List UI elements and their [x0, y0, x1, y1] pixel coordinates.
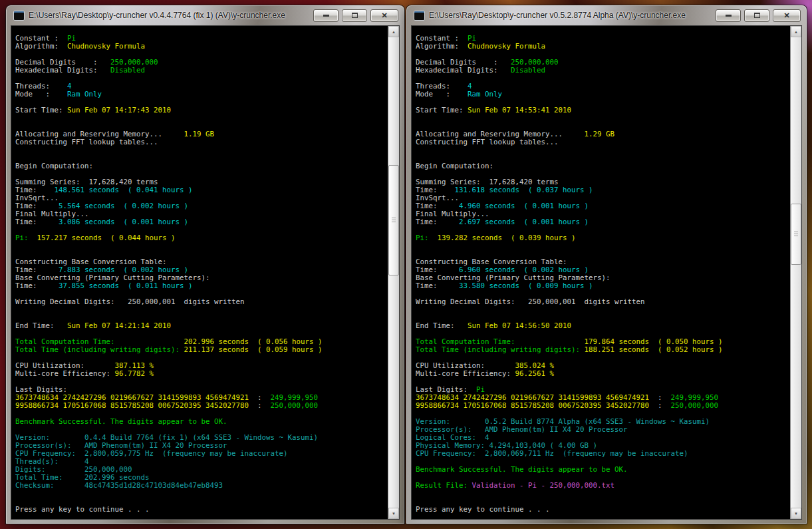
- console-line: [15, 242, 386, 250]
- console-line: Start Time: Sun Feb 07 14:17:43 2010: [15, 106, 386, 114]
- console-line: [416, 242, 788, 250]
- console-line: 9958866734 1705167068 8515785208 0067520…: [416, 402, 788, 410]
- console-line: Constructing FFT lookup tables...: [15, 138, 386, 146]
- console-line: Algorithm: Chudnovsky Formula: [416, 43, 788, 51]
- console-line: Time: 37.855 seconds ( 0.011 hours ): [15, 282, 386, 290]
- console-window-v044: E:\Users\Ray\Desktop\y-cruncher v0.4.4.7…: [6, 5, 404, 524]
- console-line: Time: 3.086 seconds ( 0.001 hours ): [15, 218, 386, 226]
- close-icon: ✕: [381, 12, 387, 19]
- console-app-icon: [13, 11, 25, 21]
- caption-buttons: ✕: [313, 9, 398, 22]
- console-line: Writing Decimal Digits: 250,000,001 digi…: [15, 298, 386, 306]
- console-line: End Time: Sun Feb 07 14:21:14 2010: [15, 322, 386, 330]
- console-line: Time: 148.561 seconds ( 0.041 hours ): [15, 186, 386, 194]
- console-line: Time: 2.697 seconds ( 0.001 hours ): [416, 218, 788, 226]
- window-title: E:\Users\Ray\Desktop\y-cruncher v0.4.4.7…: [29, 11, 308, 20]
- console-line: Total Time (including writing digits): 2…: [15, 346, 386, 354]
- console-line: [15, 306, 386, 314]
- console-line: Hexadecimal Digits: Disabled: [15, 67, 386, 75]
- scrollbar-thumb[interactable]: [791, 204, 801, 265]
- console-line: Pi: 139.282 seconds ( 0.039 hours ): [416, 234, 788, 242]
- console-app-icon: [414, 11, 425, 21]
- scroll-down-icon: ▼: [392, 512, 396, 516]
- console-line: Begin Computation:: [15, 162, 386, 170]
- scrollbar-thumb[interactable]: [388, 165, 399, 275]
- console-line: Benchmark Successful. The digits appear …: [416, 466, 788, 474]
- vertical-scrollbar[interactable]: ▲ ▼: [388, 26, 399, 519]
- titlebar[interactable]: E:\Users\Ray\Desktop\y-cruncher v0.4.4.7…: [11, 5, 400, 25]
- maximize-icon: [352, 13, 358, 18]
- maximize-button[interactable]: [342, 9, 367, 22]
- console-line: Result File: Validation - Pi - 250,000,0…: [416, 482, 788, 490]
- console-line: CPU Frequency: 2,800,069,711 Hz (frequen…: [416, 450, 788, 458]
- console-line: Writing Decimal Digits: 250,000,001 digi…: [416, 298, 788, 306]
- console-text: Constant : PiAlgorithm: Chudnovsky Formu…: [416, 35, 788, 514]
- console-line: [416, 146, 788, 154]
- scroll-down-button[interactable]: ▼: [791, 508, 801, 519]
- console-line: Press any key to continue . . .: [15, 506, 386, 514]
- console-line: Multi-core Efficiency: 96.2561 %: [416, 370, 788, 378]
- scroll-up-button[interactable]: ▲: [791, 26, 801, 37]
- console-line: [416, 490, 788, 498]
- console-line: Start Time: Sun Feb 07 14:53:41 2010: [416, 106, 788, 114]
- console-line: Checksum: 48c47435d1d28c47103d84eb47eb84…: [15, 482, 386, 490]
- titlebar[interactable]: E:\Users\Ray\Desktop\y-cruncher v0.5.2.8…: [411, 5, 802, 25]
- console-output-area[interactable]: Constant : PiAlgorithm: Chudnovsky Formu…: [411, 25, 802, 520]
- console-line: [15, 490, 386, 498]
- console-window-v052: E:\Users\Ray\Desktop\y-cruncher v0.5.2.8…: [406, 5, 807, 524]
- console-line: Algorithm: Chudnovsky Formula: [15, 43, 386, 51]
- console-line: Multi-core Efficiency: 96.7782 %: [15, 370, 386, 378]
- close-icon: ✕: [783, 12, 789, 19]
- console-text: Constant : PiAlgorithm: Chudnovsky Formu…: [15, 35, 386, 514]
- console-line: Constructing FFT lookup tables...: [416, 138, 788, 146]
- console-line: End Time: Sun Feb 07 14:56:50 2010: [416, 322, 788, 330]
- maximize-icon: [754, 13, 760, 18]
- close-button[interactable]: ✕: [370, 9, 398, 22]
- desktop: { "palette":{"w":"#cfcfcf","g":"#00cc00"…: [0, 0, 812, 529]
- maximize-button[interactable]: [744, 9, 769, 22]
- close-button[interactable]: ✕: [773, 9, 801, 22]
- minimize-icon: [323, 15, 329, 17]
- console-line: 9958866734 1705167068 8515785208 0067520…: [15, 402, 386, 410]
- scroll-up-icon: ▲: [392, 30, 396, 34]
- console-output-area[interactable]: Constant : PiAlgorithm: Chudnovsky Formu…: [11, 25, 400, 520]
- console-line: Mode : Ram Only: [416, 90, 788, 98]
- console-line: Total Time (including writing digits): 1…: [416, 346, 788, 354]
- console-line: [15, 146, 386, 154]
- console-line: Press any key to continue . . .: [416, 506, 788, 514]
- caption-buttons: ✕: [716, 9, 801, 22]
- console-line: [416, 114, 788, 122]
- window-title: E:\Users\Ray\Desktop\y-cruncher v0.5.2.8…: [429, 11, 710, 20]
- console-line: Hexadecimal Digits: Disabled: [416, 67, 788, 75]
- scroll-down-button[interactable]: ▼: [388, 508, 399, 519]
- console-line: Time: 33.580 seconds ( 0.009 hours ): [416, 282, 788, 290]
- console-line: Benchmark Successful. The digits appear …: [15, 418, 386, 426]
- scroll-up-button[interactable]: ▲: [388, 26, 399, 37]
- console-line: Time: 131.618 seconds ( 0.037 hours ): [416, 186, 788, 194]
- console-line: [15, 114, 386, 122]
- console-line: Begin Computation:: [416, 162, 788, 170]
- minimize-icon: [726, 15, 732, 17]
- minimize-button[interactable]: [313, 9, 338, 22]
- minimize-button[interactable]: [716, 9, 741, 22]
- console-line: [15, 378, 386, 386]
- scroll-up-icon: ▲: [794, 30, 798, 34]
- vertical-scrollbar[interactable]: ▲ ▼: [790, 26, 801, 519]
- scroll-down-icon: ▼: [794, 512, 798, 516]
- console-line: [416, 306, 788, 314]
- console-line: Mode : Ram Only: [15, 90, 386, 98]
- console-line: Pi: 157.217 seconds ( 0.044 hours ): [15, 234, 386, 242]
